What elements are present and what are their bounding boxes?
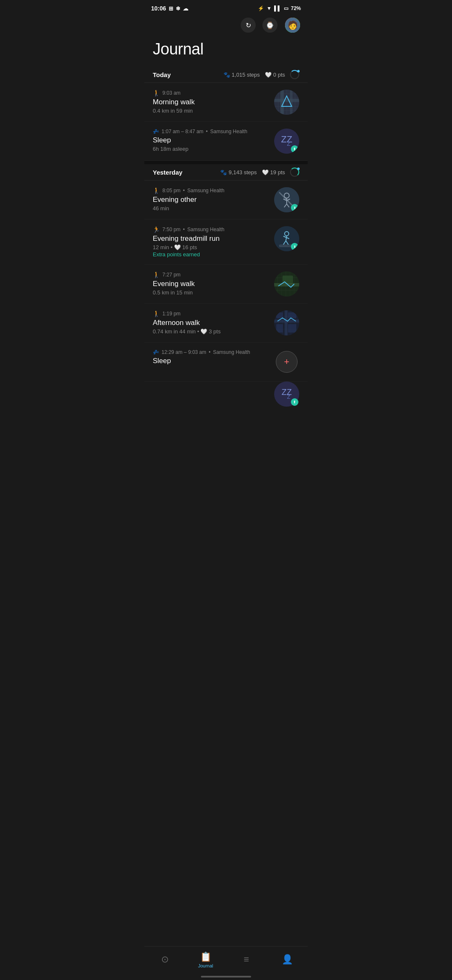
yesterday-section-header: Yesterday 🐾 9,143 steps 🤍 19 pts bbox=[144, 164, 308, 181]
status-time: 10:06 bbox=[151, 5, 166, 12]
afternoon-walk-title: Afternoon walk bbox=[153, 319, 269, 327]
wind-status-icon: ❄ bbox=[176, 5, 180, 12]
ysleep-badge: ⬆ bbox=[291, 398, 298, 406]
activity-afternoon-walk[interactable]: 🚶 1:19 pm Afternoon walk 0.74 km in 44 m… bbox=[144, 304, 308, 343]
cloud-status-icon: ☁ bbox=[183, 5, 188, 12]
evening-walk-meta: 🚶 7:27 pm bbox=[153, 271, 269, 278]
morning-walk-title: Morning walk bbox=[153, 98, 269, 106]
sleep-icon: 💤 bbox=[153, 129, 159, 134]
other-badge: ⬆ bbox=[291, 204, 298, 211]
battery-icon: ▭ bbox=[284, 5, 288, 11]
evening-other-meta: 🚶 8:05 pm • Samsung Health bbox=[153, 187, 269, 194]
yesterday-label: Yesterday bbox=[153, 169, 182, 176]
svg-rect-61 bbox=[288, 324, 296, 333]
status-left: 10:06 ⊞ ❄ ☁ bbox=[151, 5, 188, 12]
evening-walk-detail: 0.5 km in 15 min bbox=[153, 289, 269, 296]
svg-rect-60 bbox=[276, 324, 283, 333]
steps-icon: 🐾 bbox=[223, 72, 230, 78]
sleep-thumb-box: ZZ Z ⬆ bbox=[274, 129, 299, 154]
heart-pts-icon: 🤍 bbox=[174, 244, 181, 250]
svg-rect-58 bbox=[276, 312, 283, 318]
evening-walk-title: Evening walk bbox=[153, 280, 269, 288]
morning-walk-detail: 0.4 km in 59 min bbox=[153, 108, 269, 114]
ysleep-icon: 💤 bbox=[153, 349, 159, 355]
svg-rect-59 bbox=[288, 312, 296, 318]
sleep-zz-thumb: ZZ Z ⬆ bbox=[274, 382, 299, 407]
evening-walk-thumb bbox=[274, 271, 299, 297]
battery-text: 72% bbox=[291, 5, 301, 11]
watch-icon: ⌚ bbox=[266, 21, 274, 29]
sleep-today-title: Sleep bbox=[153, 136, 269, 144]
extra-points-label: Extra points earned bbox=[153, 251, 269, 258]
sleep-today-meta: 💤 1:07 am – 8:47 am • Samsung Health bbox=[153, 129, 269, 134]
afternoon-walk-detail: 0.74 km in 44 min • 🤍 3 pts bbox=[153, 328, 269, 335]
evening-treadmill-title: Evening treadmill run bbox=[153, 235, 269, 243]
evening-treadmill-content: 🏃 7:50 pm • Samsung Health Evening tread… bbox=[153, 226, 269, 258]
sleep-yesterday-meta: 💤 12:29 am – 9:03 am • Samsung Health bbox=[153, 349, 269, 355]
evening-treadmill-meta: 🏃 7:50 pm • Samsung Health bbox=[153, 226, 269, 233]
treadmill-badge: ⬆ bbox=[291, 243, 298, 250]
yesterday-ring bbox=[290, 168, 299, 177]
evening-other-content: 🚶 8:05 pm • Samsung Health Evening other… bbox=[153, 187, 269, 211]
grid-status-icon: ⊞ bbox=[169, 5, 173, 12]
section-gap-1 bbox=[144, 161, 308, 164]
heart-icon: 🤍 bbox=[265, 72, 272, 78]
sleep-badge: ⬆ bbox=[291, 145, 298, 153]
activity-evening-other[interactable]: 🚶 8:05 pm • Samsung Health Evening other… bbox=[144, 181, 308, 219]
svg-rect-13 bbox=[274, 99, 299, 102]
activity-sleep-yesterday[interactable]: 💤 12:29 am – 9:03 am • Samsung Health Sl… bbox=[144, 343, 308, 382]
sync-icon: ↻ bbox=[246, 21, 251, 29]
ysteps-icon: 🐾 bbox=[220, 169, 227, 175]
page-title: Journal bbox=[144, 37, 308, 67]
today-steps: 🐾 1,015 steps bbox=[223, 72, 260, 78]
morning-walk-meta: 🚶 9:03 am bbox=[153, 90, 269, 96]
signal-icon: ▌▌ bbox=[274, 5, 281, 11]
sleep-today-thumb: ZZ Z ⬆ bbox=[274, 129, 299, 154]
activity-morning-walk[interactable]: 🚶 9:03 am Morning walk 0.4 km in 59 min bbox=[144, 83, 308, 122]
run-icon: 🏃 bbox=[153, 226, 160, 233]
activity-evening-walk[interactable]: 🚶 7:27 pm Evening walk 0.5 km in 15 min bbox=[144, 265, 308, 304]
afternoon-walk-meta: 🚶 1:19 pm bbox=[153, 310, 269, 317]
sleep-yesterday-thumb: + bbox=[274, 349, 299, 374]
activity-evening-treadmill[interactable]: 🏃 7:50 pm • Samsung Health Evening tread… bbox=[144, 219, 308, 265]
sync-button[interactable]: ↻ bbox=[241, 18, 256, 33]
avatar: 🧑 bbox=[285, 18, 300, 33]
today-label: Today bbox=[153, 71, 171, 78]
user-photo: 🧑 bbox=[288, 20, 298, 30]
walk-icon: 🚶 bbox=[153, 90, 160, 96]
today-section-header: Today 🐾 1,015 steps 🤍 0 pts bbox=[144, 67, 308, 83]
today-pts: 🤍 0 pts bbox=[265, 72, 285, 78]
watch-button[interactable]: ⌚ bbox=[262, 18, 277, 33]
bluetooth-icon: ⚡ bbox=[258, 5, 264, 11]
sleep-yesterday-title: Sleep bbox=[153, 357, 269, 365]
svg-text:Z: Z bbox=[287, 394, 290, 400]
morning-walk-thumb bbox=[274, 90, 299, 115]
evening-other-title: Evening other bbox=[153, 196, 269, 204]
status-bar: 10:06 ⊞ ❄ ☁ ⚡ ▼ ▌▌ ▭ 72% bbox=[144, 0, 308, 15]
ewalk-icon: 🚶 bbox=[153, 271, 160, 278]
avatar-button[interactable]: 🧑 bbox=[284, 17, 301, 34]
other-icon: 🚶 bbox=[153, 187, 160, 194]
yheart-icon: 🤍 bbox=[262, 169, 269, 175]
sleep-thumb-row: ZZ Z ⬆ bbox=[144, 382, 308, 413]
wifi-icon: ▼ bbox=[267, 5, 272, 11]
status-right: ⚡ ▼ ▌▌ ▭ 72% bbox=[258, 5, 301, 11]
yesterday-pts: 🤍 19 pts bbox=[262, 169, 285, 175]
yesterday-stats: 🐾 9,143 steps 🤍 19 pts bbox=[220, 168, 299, 177]
svg-rect-14 bbox=[290, 90, 293, 115]
awk-icon: 🚶 bbox=[153, 310, 160, 317]
activity-sleep-today[interactable]: 💤 1:07 am – 8:47 am • Samsung Health Sle… bbox=[144, 122, 308, 161]
afternoon-heart-icon: 🤍 bbox=[200, 328, 207, 335]
evening-other-detail: 46 min bbox=[153, 205, 269, 211]
evening-other-thumb: ⬆ bbox=[274, 187, 299, 212]
svg-text:Z: Z bbox=[287, 140, 291, 147]
sleep-today-detail: 6h 18m asleep bbox=[153, 146, 269, 152]
evening-treadmill-detail: 12 min • 🤍 16 pts bbox=[153, 244, 269, 250]
svg-point-62 bbox=[274, 349, 299, 374]
yesterday-steps: 🐾 9,143 steps bbox=[220, 169, 257, 175]
evening-walk-content: 🚶 7:27 pm Evening walk 0.5 km in 15 min bbox=[153, 271, 269, 296]
evening-treadmill-thumb: ⬆ bbox=[274, 226, 299, 251]
today-ring bbox=[290, 70, 299, 79]
sleep-yesterday-content: 💤 12:29 am – 9:03 am • Samsung Health Sl… bbox=[153, 349, 269, 366]
afternoon-walk-content: 🚶 1:19 pm Afternoon walk 0.74 km in 44 m… bbox=[153, 310, 269, 335]
